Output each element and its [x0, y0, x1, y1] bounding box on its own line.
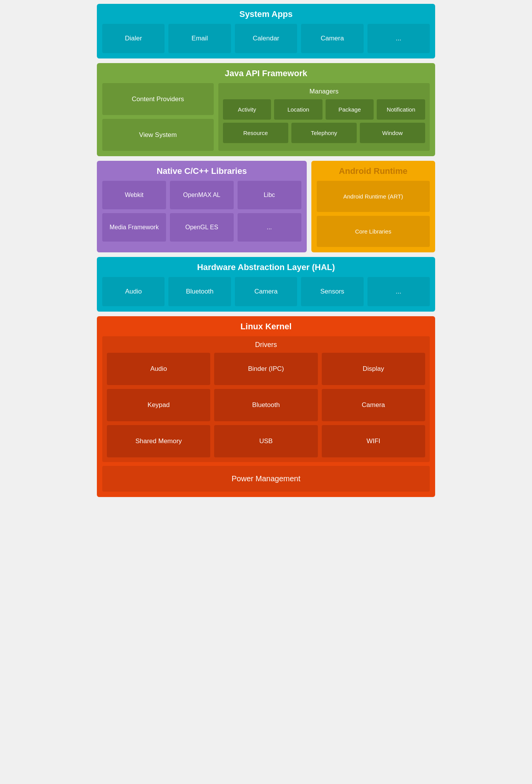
native-lib-card: OpenGL ES [170, 213, 234, 242]
driver-card: Audio [107, 353, 210, 385]
system-apps-cards: DialerEmailCalendarCamera... [102, 24, 430, 53]
driver-card: Bluetooth [214, 389, 318, 421]
driver-card: Binder (IPC) [214, 353, 318, 385]
java-api-layer: Java API Framework Content ProvidersView… [97, 63, 435, 156]
native-libs-layer: Native C/C++ Libraries WebkitOpenMAX ALL… [97, 161, 307, 252]
manager-card: Package [326, 99, 374, 120]
manager-card: Activity [223, 99, 271, 120]
hal-card: Bluetooth [168, 277, 231, 306]
managers-row2: ResourceTelephonyWindow [223, 123, 425, 143]
linux-kernel-layer: Linux Kernel Drivers AudioBinder (IPC)Di… [97, 316, 435, 497]
manager-card: Location [274, 99, 323, 120]
driver-card: Display [322, 353, 425, 385]
android-runtime-card: Android Runtime (ART) [317, 181, 430, 212]
hal-card: Camera [235, 277, 297, 306]
java-api-content: Content ProvidersView System Managers Ac… [102, 83, 430, 151]
native-lib-card: Webkit [102, 181, 166, 209]
drivers-grid: AudioBinder (IPC)DisplayKeypadBluetoothC… [107, 353, 425, 457]
hal-card: Audio [102, 277, 165, 306]
manager-card: Notification [377, 99, 425, 120]
driver-card: Keypad [107, 389, 210, 421]
hal-card: ... [367, 277, 430, 306]
android-runtime-title: Android Runtime [317, 166, 430, 176]
system-app-card: ... [367, 24, 430, 53]
system-apps-title: System Apps [102, 9, 430, 19]
managers-row1: ActivityLocationPackageNotification [223, 99, 425, 120]
hal-cards: AudioBluetoothCameraSensors... [102, 277, 430, 306]
driver-card: Camera [322, 389, 425, 421]
hal-layer: Hardware Abstraction Layer (HAL) AudioBl… [97, 257, 435, 312]
drivers-section: Drivers AudioBinder (IPC)DisplayKeypadBl… [102, 336, 430, 462]
native-lib-card: OpenMAX AL [170, 181, 234, 209]
native-runtime-row: Native C/C++ Libraries WebkitOpenMAX ALL… [97, 161, 435, 252]
power-management: Power Management [102, 466, 430, 492]
hal-title: Hardware Abstraction Layer (HAL) [102, 262, 430, 272]
java-api-title: Java API Framework [102, 68, 430, 78]
java-left-card: Content Providers [102, 83, 214, 115]
driver-card: WIFI [322, 425, 425, 457]
android-runtime-layer: Android Runtime Android Runtime (ART)Cor… [311, 161, 435, 252]
system-apps-layer: System Apps DialerEmailCalendarCamera... [97, 4, 435, 58]
manager-card: Window [360, 123, 425, 143]
hal-card: Sensors [301, 277, 363, 306]
managers-title: Managers [223, 88, 425, 95]
native-lib-card: Media Framework [102, 213, 166, 242]
native-libs-grid: WebkitOpenMAX ALLibcMedia FrameworkOpenG… [102, 181, 301, 242]
native-lib-card: ... [238, 213, 301, 242]
native-libs-title: Native C/C++ Libraries [102, 166, 301, 176]
manager-card: Resource [223, 123, 288, 143]
driver-card: Shared Memory [107, 425, 210, 457]
driver-card: USB [214, 425, 318, 457]
drivers-title: Drivers [107, 341, 425, 349]
native-lib-card: Libc [238, 181, 301, 209]
system-app-card: Calendar [235, 24, 297, 53]
linux-kernel-title: Linux Kernel [102, 322, 430, 332]
manager-card: Telephony [291, 123, 357, 143]
java-api-left: Content ProvidersView System [102, 83, 214, 151]
java-api-right: Managers ActivityLocationPackageNotifica… [218, 83, 430, 151]
java-left-card: View System [102, 119, 214, 151]
system-app-card: Email [168, 24, 231, 53]
system-app-card: Dialer [102, 24, 165, 53]
system-app-card: Camera [301, 24, 363, 53]
android-runtime-cards: Android Runtime (ART)Core Libraries [317, 181, 430, 247]
android-runtime-card: Core Libraries [317, 216, 430, 247]
